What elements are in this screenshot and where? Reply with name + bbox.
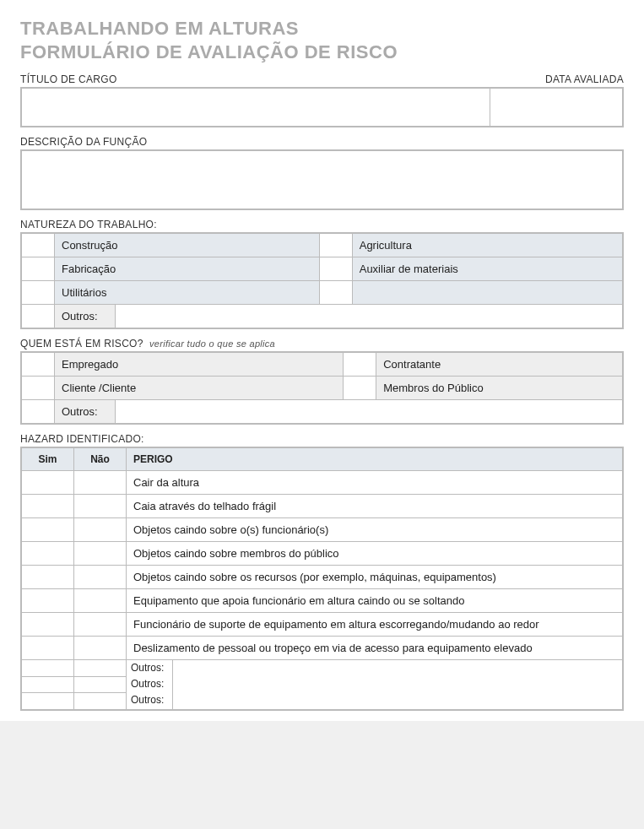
hazard-nao-1[interactable] <box>74 495 127 518</box>
label-outros-hazard-2: Outros: <box>127 692 173 708</box>
check-contratante[interactable] <box>344 352 376 377</box>
opt-cliente: Cliente /Cliente <box>55 377 344 400</box>
hazard-sim-6[interactable] <box>21 613 74 637</box>
opt-agricultura: Agricultura <box>352 233 623 257</box>
col-sim: Sim <box>21 447 74 471</box>
opt-utilitarios: Utilitários <box>55 281 320 305</box>
natureza-table: Construção Agricultura Fabricação Auxili… <box>20 232 624 329</box>
hazard-7: Deslizamento de pessoal ou tropeço em vi… <box>127 637 624 660</box>
hazard-outros-row-1: Outros: <box>127 676 624 692</box>
title-line2: FORMULÁRIO DE AVALIAÇÃO DE RISCO <box>20 41 398 62</box>
outros-row-risco: Outros: <box>55 400 624 425</box>
opt-publico: Membros do Público <box>376 377 623 400</box>
label-data-avaliada: DATA AVALIADA <box>545 73 624 85</box>
opt-fabricacao: Fabricação <box>55 257 320 281</box>
title-date-table <box>20 87 624 127</box>
opt-construcao: Construção <box>55 233 320 257</box>
hazard-nao-3[interactable] <box>74 542 127 566</box>
hazard-outros-row-0: Outros: <box>127 660 624 677</box>
check-agricultura[interactable] <box>319 233 352 257</box>
form-page: TRABALHANDO EM ALTURAS FORMULÁRIO DE AVA… <box>0 0 644 721</box>
hazard-4: Objetos caindo sobre os recursos (por ex… <box>127 566 624 589</box>
hazard-nao-outros-1[interactable] <box>74 676 127 692</box>
hazard-nao-0[interactable] <box>74 471 127 495</box>
check-cliente[interactable] <box>21 377 55 400</box>
hazard-3: Objetos caindo sobre membros do público <box>127 542 624 566</box>
hazard-2: Objetos caindo sobre o(s) funcionário(s) <box>127 518 624 542</box>
hazard-nao-2[interactable] <box>74 518 127 542</box>
check-risco-outros[interactable] <box>21 400 55 425</box>
input-titulo-cargo[interactable] <box>21 88 490 127</box>
hazard-0: Cair da altura <box>127 471 624 495</box>
page-title: TRABALHANDO EM ALTURAS FORMULÁRIO DE AVA… <box>20 17 624 63</box>
check-auxiliar[interactable] <box>319 257 352 281</box>
label-quem-risco-sub: verificar tudo o que se aplica <box>149 339 275 349</box>
check-construcao[interactable] <box>21 233 55 257</box>
hazard-nao-6[interactable] <box>74 613 127 637</box>
hazard-nao-7[interactable] <box>74 637 127 660</box>
check-natureza-empty[interactable] <box>319 281 352 305</box>
descricao-table <box>20 149 624 210</box>
hazard-nao-outros-0[interactable] <box>74 660 127 677</box>
hazard-sim-4[interactable] <box>21 566 74 589</box>
label-outros-hazard-1: Outros: <box>127 676 173 692</box>
label-descricao: DESCRIÇÃO DA FUNÇÃO <box>20 136 624 148</box>
input-outros-hazard-1[interactable] <box>173 676 623 692</box>
hazard-sim-1[interactable] <box>21 495 74 518</box>
col-nao: Não <box>74 447 127 471</box>
check-utilitarios[interactable] <box>21 281 55 305</box>
hazard-nao-5[interactable] <box>74 589 127 613</box>
input-outros-risco[interactable] <box>116 400 623 423</box>
label-outros-risco: Outros: <box>55 400 116 423</box>
title-line1: TRABALHANDO EM ALTURAS <box>20 18 299 39</box>
input-outros-hazard-0[interactable] <box>173 660 623 676</box>
opt-contratante: Contratante <box>376 352 623 377</box>
label-quem-risco-main: QUEM ESTÁ EM RISCO? <box>20 338 143 349</box>
input-data-avaliada[interactable] <box>490 88 624 127</box>
label-natureza: NATUREZA DO TRABALHO: <box>20 219 624 230</box>
hazard-5: Equipamento que apoia funcionário em alt… <box>127 589 624 613</box>
input-descricao[interactable] <box>21 150 623 209</box>
label-hazard: HAZARD IDENTIFICADO: <box>20 433 624 445</box>
hazard-sim-2[interactable] <box>21 518 74 542</box>
input-outros-natureza[interactable] <box>116 305 623 328</box>
label-titulo-cargo: TÍTULO DE CARGO <box>20 73 117 85</box>
hazard-6: Funcionário de suporte de equipamento em… <box>127 613 624 637</box>
hazard-sim-outros-2[interactable] <box>21 692 74 709</box>
hazard-nao-outros-2[interactable] <box>74 692 127 709</box>
row-labels-title-date: TÍTULO DE CARGO DATA AVALIADA <box>20 73 624 85</box>
hazard-nao-4[interactable] <box>74 566 127 589</box>
input-outros-hazard-2[interactable] <box>173 692 623 708</box>
col-perigo: PERIGO <box>127 447 624 471</box>
hazard-sim-outros-1[interactable] <box>21 676 74 692</box>
hazard-outros-row-2: Outros: <box>127 692 624 709</box>
opt-natureza-empty <box>352 281 623 305</box>
hazard-sim-5[interactable] <box>21 589 74 613</box>
check-fabricacao[interactable] <box>21 257 55 281</box>
label-outros-hazard-0: Outros: <box>127 660 173 676</box>
hazard-sim-outros-0[interactable] <box>21 660 74 677</box>
label-outros-natureza: Outros: <box>55 305 116 328</box>
hazard-sim-0[interactable] <box>21 471 74 495</box>
opt-auxiliar: Auxiliar de materiais <box>352 257 623 281</box>
check-empregado[interactable] <box>21 352 55 377</box>
hazard-1: Caia através do telhado frágil <box>127 495 624 518</box>
hazard-table: Sim Não PERIGO Cair da altura Caia atrav… <box>20 447 624 711</box>
hazard-sim-7[interactable] <box>21 637 74 660</box>
label-quem-risco: QUEM ESTÁ EM RISCO? verificar tudo o que… <box>20 338 624 349</box>
check-publico[interactable] <box>344 377 376 400</box>
check-natureza-outros[interactable] <box>21 305 55 329</box>
hazard-sim-3[interactable] <box>21 542 74 566</box>
outros-row-natureza: Outros: <box>55 305 624 329</box>
risco-table: Empregado Contratante Cliente /Cliente M… <box>20 351 624 425</box>
opt-empregado: Empregado <box>55 352 344 377</box>
